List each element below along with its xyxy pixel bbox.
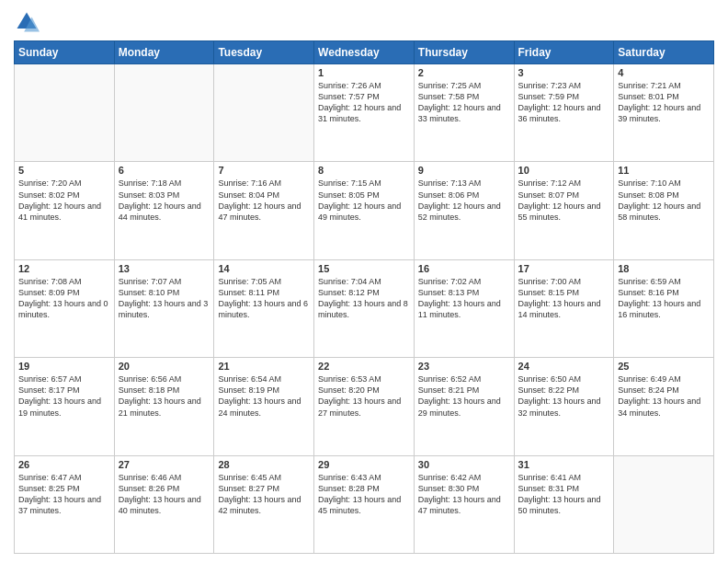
- day-number: 28: [218, 459, 310, 470]
- day-info: Sunrise: 6:54 AM Sunset: 8:19 PM Dayligh…: [218, 373, 310, 419]
- day-cell: [214, 64, 314, 162]
- day-cell: 1Sunrise: 7:26 AM Sunset: 7:57 PM Daylig…: [314, 64, 415, 162]
- day-info: Sunrise: 7:16 AM Sunset: 8:04 PM Dayligh…: [218, 178, 310, 223]
- day-number: 13: [119, 263, 210, 274]
- day-cell: 11Sunrise: 7:10 AM Sunset: 8:08 PM Dayli…: [614, 162, 714, 259]
- day-number: 20: [119, 361, 210, 372]
- day-info: Sunrise: 7:08 AM Sunset: 8:09 PM Dayligh…: [18, 276, 110, 321]
- day-header-sunday: Sunday: [15, 41, 115, 64]
- day-number: 7: [218, 165, 310, 176]
- day-info: Sunrise: 7:10 AM Sunset: 8:08 PM Dayligh…: [618, 178, 710, 223]
- day-cell: 14Sunrise: 7:05 AM Sunset: 8:11 PM Dayli…: [214, 259, 314, 357]
- logo: [14, 9, 43, 35]
- day-number: 19: [18, 361, 110, 372]
- day-number: 10: [518, 165, 610, 176]
- day-info: Sunrise: 6:57 AM Sunset: 8:17 PM Dayligh…: [18, 373, 110, 419]
- logo-icon: [14, 9, 40, 35]
- day-number: 30: [418, 459, 510, 470]
- week-row-2: 12Sunrise: 7:08 AM Sunset: 8:09 PM Dayli…: [15, 259, 714, 357]
- day-number: 4: [618, 67, 710, 78]
- day-number: 21: [218, 361, 310, 372]
- day-cell: 6Sunrise: 7:18 AM Sunset: 8:03 PM Daylig…: [114, 162, 214, 259]
- day-cell: 15Sunrise: 7:04 AM Sunset: 8:12 PM Dayli…: [314, 259, 415, 357]
- day-number: 26: [18, 459, 110, 470]
- calendar-table: SundayMondayTuesdayWednesdayThursdayFrid…: [14, 40, 714, 554]
- day-info: Sunrise: 6:42 AM Sunset: 8:30 PM Dayligh…: [418, 472, 510, 517]
- day-cell: 8Sunrise: 7:15 AM Sunset: 8:05 PM Daylig…: [314, 162, 415, 259]
- day-header-monday: Monday: [114, 41, 214, 64]
- day-info: Sunrise: 7:00 AM Sunset: 8:15 PM Dayligh…: [518, 276, 610, 321]
- day-cell: 30Sunrise: 6:42 AM Sunset: 8:30 PM Dayli…: [414, 455, 514, 553]
- day-info: Sunrise: 7:18 AM Sunset: 8:03 PM Dayligh…: [119, 178, 210, 223]
- day-number: 22: [318, 361, 410, 372]
- day-number: 27: [119, 459, 210, 470]
- day-info: Sunrise: 7:07 AM Sunset: 8:10 PM Dayligh…: [119, 276, 210, 321]
- day-info: Sunrise: 7:26 AM Sunset: 7:57 PM Dayligh…: [318, 80, 410, 125]
- week-row-4: 26Sunrise: 6:47 AM Sunset: 8:25 PM Dayli…: [15, 455, 714, 553]
- day-number: 14: [218, 263, 310, 274]
- day-number: 2: [418, 67, 510, 78]
- day-header-wednesday: Wednesday: [314, 41, 415, 64]
- day-cell: 16Sunrise: 7:02 AM Sunset: 8:13 PM Dayli…: [414, 259, 514, 357]
- day-cell: 5Sunrise: 7:20 AM Sunset: 8:02 PM Daylig…: [15, 162, 115, 259]
- week-row-3: 19Sunrise: 6:57 AM Sunset: 8:17 PM Dayli…: [15, 358, 714, 455]
- day-cell: 25Sunrise: 6:49 AM Sunset: 8:24 PM Dayli…: [614, 358, 714, 455]
- day-cell: 22Sunrise: 6:53 AM Sunset: 8:20 PM Dayli…: [314, 358, 415, 455]
- day-header-friday: Friday: [514, 41, 614, 64]
- day-info: Sunrise: 6:46 AM Sunset: 8:26 PM Dayligh…: [119, 472, 210, 517]
- day-info: Sunrise: 6:41 AM Sunset: 8:31 PM Dayligh…: [518, 472, 610, 517]
- day-number: 17: [518, 263, 610, 274]
- calendar-header: SundayMondayTuesdayWednesdayThursdayFrid…: [15, 41, 714, 64]
- day-number: 15: [318, 263, 410, 274]
- header: [14, 9, 714, 35]
- day-info: Sunrise: 7:05 AM Sunset: 8:11 PM Dayligh…: [218, 276, 310, 321]
- page: SundayMondayTuesdayWednesdayThursdayFrid…: [0, 0, 728, 563]
- day-header-saturday: Saturday: [614, 41, 714, 64]
- day-info: Sunrise: 6:56 AM Sunset: 8:18 PM Dayligh…: [119, 373, 210, 419]
- day-cell: 28Sunrise: 6:45 AM Sunset: 8:27 PM Dayli…: [214, 455, 314, 553]
- day-cell: 17Sunrise: 7:00 AM Sunset: 8:15 PM Dayli…: [514, 259, 614, 357]
- day-cell: [114, 64, 214, 162]
- day-number: 8: [318, 165, 410, 176]
- day-cell: [15, 64, 115, 162]
- day-cell: 23Sunrise: 6:52 AM Sunset: 8:21 PM Dayli…: [414, 358, 514, 455]
- day-cell: 4Sunrise: 7:21 AM Sunset: 8:01 PM Daylig…: [614, 64, 714, 162]
- day-cell: 24Sunrise: 6:50 AM Sunset: 8:22 PM Dayli…: [514, 358, 614, 455]
- day-cell: 29Sunrise: 6:43 AM Sunset: 8:28 PM Dayli…: [314, 455, 415, 553]
- day-cell: 26Sunrise: 6:47 AM Sunset: 8:25 PM Dayli…: [15, 455, 115, 553]
- day-info: Sunrise: 6:43 AM Sunset: 8:28 PM Dayligh…: [318, 472, 410, 517]
- day-cell: 2Sunrise: 7:25 AM Sunset: 7:58 PM Daylig…: [414, 64, 514, 162]
- day-info: Sunrise: 6:47 AM Sunset: 8:25 PM Dayligh…: [18, 472, 110, 517]
- day-info: Sunrise: 7:13 AM Sunset: 8:06 PM Dayligh…: [418, 178, 510, 223]
- day-info: Sunrise: 6:52 AM Sunset: 8:21 PM Dayligh…: [418, 373, 510, 419]
- day-number: 11: [618, 165, 710, 176]
- day-number: 18: [618, 263, 710, 274]
- day-number: 9: [418, 165, 510, 176]
- day-info: Sunrise: 7:23 AM Sunset: 7:59 PM Dayligh…: [518, 80, 610, 125]
- day-cell: [614, 455, 714, 553]
- day-cell: 9Sunrise: 7:13 AM Sunset: 8:06 PM Daylig…: [414, 162, 514, 259]
- day-cell: 3Sunrise: 7:23 AM Sunset: 7:59 PM Daylig…: [514, 64, 614, 162]
- day-info: Sunrise: 7:21 AM Sunset: 8:01 PM Dayligh…: [618, 80, 710, 125]
- day-number: 12: [18, 263, 110, 274]
- day-info: Sunrise: 7:20 AM Sunset: 8:02 PM Dayligh…: [18, 178, 110, 223]
- day-info: Sunrise: 6:50 AM Sunset: 8:22 PM Dayligh…: [518, 373, 610, 419]
- day-cell: 12Sunrise: 7:08 AM Sunset: 8:09 PM Dayli…: [15, 259, 115, 357]
- day-header-thursday: Thursday: [414, 41, 514, 64]
- day-cell: 13Sunrise: 7:07 AM Sunset: 8:10 PM Dayli…: [114, 259, 214, 357]
- day-number: 1: [318, 67, 410, 78]
- day-number: 23: [418, 361, 510, 372]
- day-cell: 21Sunrise: 6:54 AM Sunset: 8:19 PM Dayli…: [214, 358, 314, 455]
- day-info: Sunrise: 6:59 AM Sunset: 8:16 PM Dayligh…: [618, 276, 710, 321]
- day-number: 3: [518, 67, 610, 78]
- day-number: 6: [119, 165, 210, 176]
- days-row: SundayMondayTuesdayWednesdayThursdayFrid…: [15, 41, 714, 64]
- day-number: 29: [318, 459, 410, 470]
- day-info: Sunrise: 6:49 AM Sunset: 8:24 PM Dayligh…: [618, 373, 710, 419]
- day-header-tuesday: Tuesday: [214, 41, 314, 64]
- day-cell: 31Sunrise: 6:41 AM Sunset: 8:31 PM Dayli…: [514, 455, 614, 553]
- day-cell: 27Sunrise: 6:46 AM Sunset: 8:26 PM Dayli…: [114, 455, 214, 553]
- day-cell: 19Sunrise: 6:57 AM Sunset: 8:17 PM Dayli…: [15, 358, 115, 455]
- day-info: Sunrise: 7:04 AM Sunset: 8:12 PM Dayligh…: [318, 276, 410, 321]
- day-info: Sunrise: 6:45 AM Sunset: 8:27 PM Dayligh…: [218, 472, 310, 517]
